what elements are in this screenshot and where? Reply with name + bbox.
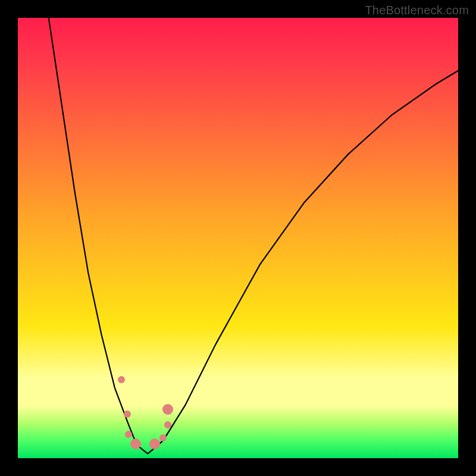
curve-marker-dot [149, 439, 160, 449]
curve-marker-dot [124, 411, 131, 418]
marker-group [118, 376, 173, 449]
curve-marker-dot [162, 404, 173, 415]
curve-marker-dot [118, 376, 125, 383]
bottleneck-curve [18, 18, 458, 458]
curve-marker-dot [159, 434, 167, 441]
curve-marker-dot [164, 421, 171, 428]
outer-black-frame: TheBottleneck.com [0, 0, 476, 476]
chart-plot-area [18, 18, 458, 458]
curve-marker-dot [125, 431, 132, 438]
curve-marker-dot [130, 439, 141, 449]
watermark-text: TheBottleneck.com [365, 4, 469, 17]
